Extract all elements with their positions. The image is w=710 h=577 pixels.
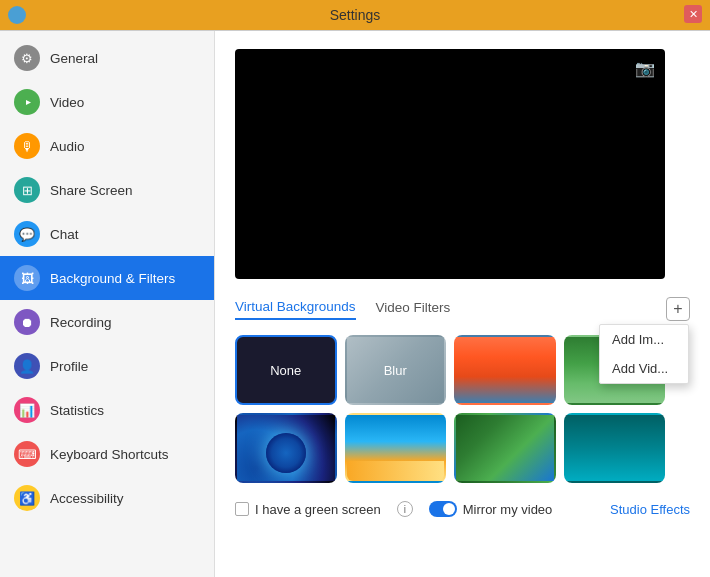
background-beach[interactable] (345, 413, 447, 483)
background-golden-gate[interactable] (454, 335, 556, 405)
sidebar-label-recording: Recording (50, 315, 112, 330)
sidebar-label-statistics: Statistics (50, 403, 104, 418)
background-none[interactable]: None (235, 335, 337, 405)
sidebar-label-share-screen: Share Screen (50, 183, 133, 198)
window-title: Settings (330, 7, 381, 23)
chat-icon: 💬 (14, 221, 40, 247)
share-screen-icon: ⊞ (14, 177, 40, 203)
sidebar-label-video: Video (50, 95, 84, 110)
sidebar-label-audio: Audio (50, 139, 85, 154)
sidebar-item-audio[interactable]: 🎙 Audio (0, 124, 214, 168)
audio-icon: 🎙 (14, 133, 40, 159)
profile-icon: 👤 (14, 353, 40, 379)
video-icon (14, 89, 40, 115)
content-area: 📷 Virtual Backgrounds Video Filters + Ad… (215, 31, 710, 577)
footer-row: I have a green screen i Mirror my video … (235, 501, 690, 517)
tab-virtual-backgrounds[interactable]: Virtual Backgrounds (235, 299, 356, 320)
main-content: ⚙ General Video 🎙 Audio ⊞ Share Screen (0, 30, 710, 577)
accessibility-icon: ♿ (14, 485, 40, 511)
background-blur[interactable]: Blur (345, 335, 447, 405)
background-filters-icon: 🖼 (14, 265, 40, 291)
sidebar-item-background-filters[interactable]: 🖼 Background & Filters (0, 256, 214, 300)
camera-icon: 📷 (635, 59, 655, 78)
studio-effects-link[interactable]: Studio Effects (610, 502, 690, 517)
mirror-text: Mirror my video (463, 502, 553, 517)
green-screen-label[interactable]: I have a green screen (235, 502, 381, 517)
sidebar-item-keyboard-shortcuts[interactable]: ⌨ Keyboard Shortcuts (0, 432, 214, 476)
add-background-button[interactable]: + Add Im... Add Vid... (666, 297, 690, 321)
sidebar-label-profile: Profile (50, 359, 88, 374)
tabs-row: Virtual Backgrounds Video Filters + Add … (235, 297, 690, 321)
sidebar-item-video[interactable]: Video (0, 80, 214, 124)
close-button[interactable]: ✕ (684, 5, 702, 23)
sidebar: ⚙ General Video 🎙 Audio ⊞ Share Screen (0, 31, 215, 577)
app-icon (8, 6, 26, 24)
tab-video-filters[interactable]: Video Filters (376, 300, 451, 319)
sidebar-label-chat: Chat (50, 227, 79, 242)
video-preview: 📷 (235, 49, 665, 279)
sidebar-item-share-screen[interactable]: ⊞ Share Screen (0, 168, 214, 212)
recording-icon: ⏺ (14, 309, 40, 335)
mirror-toggle[interactable] (429, 501, 457, 517)
background-underwater[interactable] (564, 413, 666, 483)
sidebar-label-general: General (50, 51, 98, 66)
general-icon: ⚙ (14, 45, 40, 71)
sidebar-item-chat[interactable]: 💬 Chat (0, 212, 214, 256)
add-dropdown-menu: Add Im... Add Vid... (599, 324, 689, 384)
add-image-option[interactable]: Add Im... (600, 325, 688, 354)
mirror-label[interactable]: Mirror my video (429, 501, 553, 517)
sidebar-label-accessibility: Accessibility (50, 491, 124, 506)
sidebar-item-recording[interactable]: ⏺ Recording (0, 300, 214, 344)
add-icon: + (673, 300, 682, 318)
sidebar-item-profile[interactable]: 👤 Profile (0, 344, 214, 388)
blur-label: Blur (384, 363, 407, 378)
sidebar-item-general[interactable]: ⚙ General (0, 36, 214, 80)
add-video-option[interactable]: Add Vid... (600, 354, 688, 383)
info-icon[interactable]: i (397, 501, 413, 517)
statistics-icon: 📊 (14, 397, 40, 423)
background-space-planet[interactable] (235, 413, 337, 483)
green-screen-text: I have a green screen (255, 502, 381, 517)
sidebar-item-accessibility[interactable]: ♿ Accessibility (0, 476, 214, 520)
title-bar: Settings ✕ (0, 0, 710, 30)
keyboard-shortcuts-icon: ⌨ (14, 441, 40, 467)
background-aurora[interactable] (454, 413, 556, 483)
none-label: None (270, 363, 301, 378)
settings-window: Settings ✕ ⚙ General Video 🎙 Audio (0, 0, 710, 577)
sidebar-item-statistics[interactable]: 📊 Statistics (0, 388, 214, 432)
green-screen-checkbox[interactable] (235, 502, 249, 516)
sidebar-label-background-filters: Background & Filters (50, 271, 175, 286)
sidebar-label-keyboard-shortcuts: Keyboard Shortcuts (50, 447, 169, 462)
